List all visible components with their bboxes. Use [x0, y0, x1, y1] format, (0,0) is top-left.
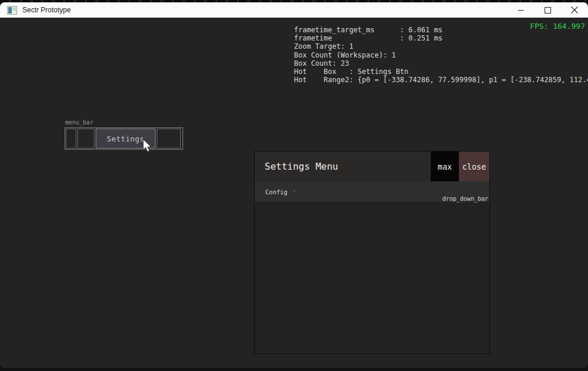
app-icon-right-pane: [12, 7, 16, 11]
debug-line-hot-box: Hot Box : Settings Btn: [294, 68, 588, 76]
debug-line-hot-range: Hot Range2: {p0 = [-338.74286, 77.599998…: [294, 76, 588, 84]
menu-bar-cell-2[interactable]: [77, 129, 94, 149]
settings-menu-close-button[interactable]: close: [459, 151, 489, 181]
window-title: Sectr Prototype: [22, 6, 71, 14]
maximize-icon: [545, 7, 551, 14]
maximize-button[interactable]: [534, 2, 561, 18]
menu-bar-label: menu_bar: [65, 119, 93, 126]
screen: Sectr Prototype: [0, 0, 588, 371]
debug-line-box-count-workspace: Box Count (Workspace): 1: [294, 51, 588, 59]
debug-line-frametime-target: frametime_target_ms : 6.061 ms: [294, 26, 588, 34]
config-row[interactable]: Config drop_down_bar: [255, 181, 489, 202]
settings-menu-body: [255, 202, 489, 353]
config-label: Config: [265, 188, 288, 195]
close-button[interactable]: [561, 2, 588, 18]
minimize-icon: [518, 7, 524, 14]
menu-bar: Settings: [65, 127, 183, 150]
window-titlebar[interactable]: Sectr Prototype: [0, 2, 588, 18]
app-window: Sectr Prototype: [0, 2, 588, 368]
debug-overlay: frametime_target_ms : 6.061 ms frametime…: [294, 26, 588, 84]
window-controls: [507, 2, 588, 18]
menu-bar-cell-3[interactable]: [157, 129, 181, 149]
settings-menu-window: Settings Menu max close Config drop_down…: [254, 151, 490, 354]
minimize-button[interactable]: [507, 2, 534, 18]
settings-menu-max-button[interactable]: max: [431, 151, 459, 181]
menu-bar-cell-1[interactable]: [66, 129, 76, 149]
close-icon: [571, 6, 578, 14]
app-icon-left-pane: [8, 7, 12, 14]
config-dot-icon: [293, 190, 295, 192]
settings-menu-titlebar[interactable]: Settings Menu max close: [255, 151, 489, 181]
drop-down-bar-label: drop_down_bar: [442, 195, 488, 202]
settings-menu-title: Settings Menu: [265, 161, 431, 172]
debug-line-zoom-target: Zoom Target: 1: [294, 42, 588, 50]
debug-line-box-count: Box Count: 23: [294, 59, 588, 68]
app-icon: [7, 6, 17, 15]
debug-line-frametime: frametime : 0.251 ms: [294, 34, 588, 42]
app-client-area: FPS: 164.997 frametime_target_ms : 6.061…: [0, 18, 588, 368]
mouse-cursor-icon: [143, 139, 153, 154]
